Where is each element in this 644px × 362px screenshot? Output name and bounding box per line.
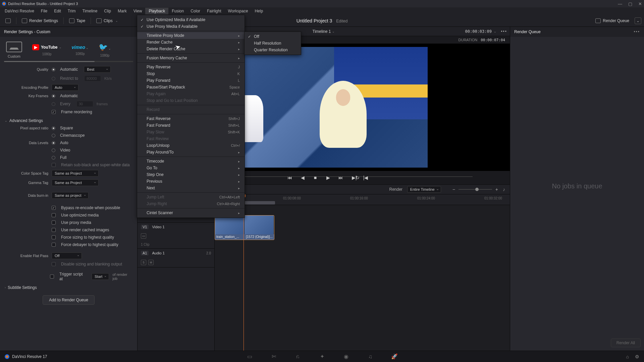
preset-custom[interactable]: Custom [6,42,22,58]
toolbar-expand-button[interactable]: ⌄ [635,17,641,24]
menu-mark[interactable]: Mark [114,8,130,14]
track-a1-header[interactable]: A1Audio 12.0 SM [138,249,214,267]
tape-button[interactable]: Tape [66,17,88,24]
track-v1-header[interactable]: V1Video 1 ▭ 1 Clip [138,223,214,249]
bypass-reencode-check[interactable] [52,206,56,210]
trigger-at-dropdown[interactable]: Start [92,273,109,280]
colorspace-dropdown[interactable]: Same as Project [52,170,99,177]
timeline-ruler[interactable]: 01:00:00:0001:00:08:0001:00:16:0001:00:2… [215,194,510,205]
menuitem-play-forward[interactable]: Play ForwardL [137,77,245,84]
keyframes-auto-radio[interactable] [52,94,55,98]
quick-export-button[interactable] [3,17,13,24]
cached-images-check[interactable] [52,228,56,232]
zoom-out-button[interactable]: − [452,187,455,192]
menu-edit[interactable]: Edit [51,8,64,14]
track-v1-mute[interactable]: ▭ [141,233,146,239]
menuitem-go-to[interactable]: Go To▸ [137,165,245,171]
close-button[interactable]: ✕ [638,1,642,6]
clips-button[interactable]: Clips⌄ [94,17,121,24]
menuitem-previous[interactable]: Previous▸ [137,178,245,185]
maximize-button[interactable]: ▢ [628,1,632,6]
menuitem-render-cache[interactable]: Render Cache▸ [137,39,245,46]
render-all-button[interactable]: Render All [611,339,641,347]
proxy-quarter-resolution[interactable]: Quarter Resolution [245,47,301,53]
video-clip[interactable]: train_station_...[1572 (Original)]... [215,215,274,240]
menuitem-fast-forward[interactable]: Fast ForwardShift+L [137,122,245,129]
preset-vimeo[interactable]: vimeo⌄ 1080p [72,45,89,56]
preset-twitter[interactable]: 🐦⌄ 1080p [99,43,111,57]
menuitem-fast-reverse[interactable]: Fast ReverseShift+J [137,115,245,122]
disable-sizing-check[interactable] [52,262,56,266]
subtitle-settings-header[interactable]: ›Subtitle Settings [5,283,132,291]
menu-playback[interactable]: Playback [145,8,168,14]
menu-timeline[interactable]: Timeline [79,8,101,14]
trigger-script-check[interactable] [50,275,54,279]
menuitem-step-one[interactable]: Step One▸ [137,171,245,178]
play-button[interactable]: ▶ [325,175,331,180]
menu-workspace[interactable]: Workspace [225,8,252,14]
zoom-in-button[interactable]: + [495,187,498,192]
menuitem-use-optimized-media-if-available[interactable]: ✓Use Optimized Media if Available [137,16,245,23]
track-a1-mute[interactable]: M [148,260,154,265]
advanced-settings-header[interactable]: ⌄Advanced Settings [5,116,132,124]
edit-page-button[interactable]: ⎌ [294,354,302,360]
datalevels-auto-radio[interactable] [52,141,55,145]
menuitem-next[interactable]: Next▸ [137,185,245,191]
viewer-options-button[interactable]: ••• [501,29,507,34]
menu-help[interactable]: Help [251,8,266,14]
fusion-page-button[interactable]: ✦ [318,354,326,360]
render-range-dropdown[interactable]: Entire Timeline [407,186,441,193]
audio-waveform-icon[interactable]: ♪ [503,187,505,192]
cut-page-button[interactable]: ✄ [270,354,277,360]
pixel-square-radio[interactable] [52,126,55,130]
menu-file[interactable]: File [38,8,51,14]
media-page-button[interactable]: ▭ [246,354,253,360]
proxy-half-resolution[interactable]: Half Resolution [245,40,301,47]
force-debayer-check[interactable] [52,243,56,247]
proxy-off[interactable]: ✓Off [245,33,301,40]
keyframes-every-radio[interactable] [52,102,55,106]
add-to-render-queue-button[interactable]: Add to Render Queue [43,295,95,305]
menuitem-play-reverse[interactable]: Play ReverseJ [137,64,245,70]
minimize-button[interactable]: — [618,1,622,6]
menuitem-play-around-to[interactable]: Play Around/To▸ [137,149,245,156]
viewer-timecode[interactable]: 00:00:03:09 [465,29,492,34]
menu-view[interactable]: View [130,8,146,14]
menu-fusion[interactable]: Fusion [168,8,187,14]
project-settings-button[interactable]: ⚙ [635,354,639,359]
track-a1-solo[interactable]: S [141,260,146,265]
gamma-dropdown[interactable]: Same as Project [52,179,99,186]
render-settings-button[interactable]: Render Settings [19,17,61,24]
menu-clip[interactable]: Clip [101,8,114,14]
menuitem-stop[interactable]: StopK [137,70,245,77]
proxy-media-check[interactable] [52,221,56,225]
encoding-profile-dropdown[interactable]: Auto [52,84,78,91]
force-sizing-check[interactable] [52,235,56,239]
color-page-button[interactable]: ◉ [342,354,350,360]
prev-clip-button[interactable]: |◀ [362,175,369,180]
fairlight-page-button[interactable]: ♫ [367,354,374,360]
quality-restrict-radio[interactable] [52,77,55,80]
retain-subblack-check[interactable] [52,163,56,167]
next-clip-button[interactable]: ▶| [351,175,358,180]
menuitem-loop-unloop[interactable]: Loop/UnloopCtrl+/ [137,142,245,149]
last-frame-button[interactable]: ⏭ [337,175,344,180]
optimized-media-check[interactable] [52,213,56,217]
pixel-cinemascope-radio[interactable] [52,134,55,137]
menu-color[interactable]: Color [187,8,204,14]
menuitem-timecode[interactable]: Timecode▸ [137,158,245,165]
menu-trim[interactable]: Trim [64,8,79,14]
quality-auto-radio[interactable] [52,68,55,71]
timeline-name[interactable]: Timeline 1 [313,29,331,34]
datalevels-full-radio[interactable] [52,156,55,160]
menu-davinci-resolve[interactable]: DaVinci Resolve [1,8,38,14]
first-frame-button[interactable]: ⏮ [286,175,293,180]
datalevels-video-radio[interactable] [52,148,55,152]
frame-reorder-check[interactable] [52,110,56,114]
menuitem-cintel-scanner[interactable]: Cintel Scanner▸ [137,209,245,216]
flatpass-dropdown[interactable]: Off [52,252,82,259]
home-button[interactable]: ⌂ [626,354,629,359]
menuitem-delete-render-cache[interactable]: Delete Render Cache▸ [137,46,245,52]
render-queue-button[interactable]: Render Queue [593,17,632,24]
menuitem-timeline-proxy-mode[interactable]: Timeline Proxy Mode▸ [137,32,245,39]
